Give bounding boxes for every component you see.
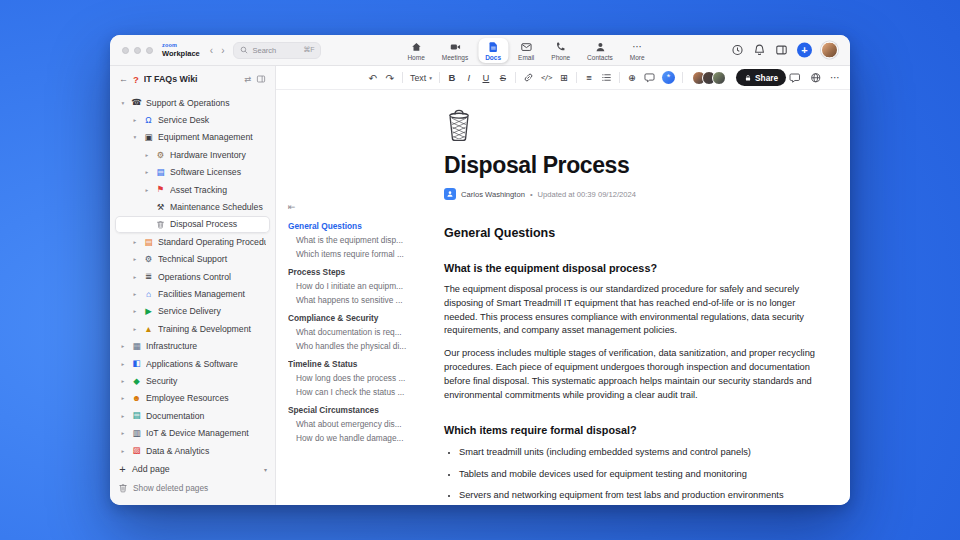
table-icon[interactable]: ⊞ xyxy=(559,70,569,86)
tab-contacts[interactable]: Contacts xyxy=(580,38,620,63)
tab-phone[interactable]: Phone xyxy=(544,38,577,63)
document-trash-icon[interactable] xyxy=(444,108,474,142)
align-icon[interactable]: ≡ xyxy=(584,70,594,86)
window-zoom-button[interactable] xyxy=(146,47,153,54)
new-item-plus-button[interactable]: + xyxy=(797,43,812,58)
chevron-right-icon[interactable]: ▸ xyxy=(131,256,139,262)
sidebar-item-documentation[interactable]: ▸▤Documentation xyxy=(115,407,270,424)
sidebar-item-training-development[interactable]: ▸▲Training & Development xyxy=(115,320,270,337)
doc-subheading-q1[interactable]: What is the equipment disposal process? xyxy=(444,262,824,274)
back-button[interactable]: ‹ xyxy=(210,45,213,56)
outline-item-what-about-emergency-dis[interactable]: What about emergency dis... xyxy=(288,419,434,429)
more-options-icon[interactable]: ⋯ xyxy=(830,70,840,86)
show-deleted-pages-button[interactable]: Show deleted pages xyxy=(118,480,267,496)
outline-item-what-documentation-is-req[interactable]: What documentation is req... xyxy=(288,327,434,337)
sidebar-item-hardware-inventory[interactable]: ▸⚙Hardware Inventory xyxy=(115,146,270,163)
notifications-bell-icon[interactable] xyxy=(753,44,766,57)
sidebar-item-service-delivery[interactable]: ▸▶Service Delivery xyxy=(115,303,270,320)
outline-item-how-do-we-handle-damage[interactable]: How do we handle damage... xyxy=(288,433,434,443)
outline-item-what-happens-to-sensitive[interactable]: What happens to sensitive ... xyxy=(288,295,434,305)
chevron-down-icon[interactable]: ▾ xyxy=(264,466,267,473)
chevron-right-icon[interactable]: ▸ xyxy=(131,274,139,280)
window-controls[interactable] xyxy=(122,47,153,54)
insert-icon[interactable]: ⊕ xyxy=(627,70,637,86)
outline-item-how-do-i-initiate-an-equipm[interactable]: How do I initiate an equipm... xyxy=(288,281,434,291)
chevron-right-icon[interactable]: ▸ xyxy=(119,395,127,401)
chevron-right-icon[interactable]: ▸ xyxy=(143,152,151,158)
window-minimize-button[interactable] xyxy=(134,47,141,54)
chevron-right-icon[interactable]: ▸ xyxy=(119,413,127,419)
chevron-right-icon[interactable]: ▸ xyxy=(143,169,151,175)
chevron-right-icon[interactable]: ▸ xyxy=(119,430,127,436)
outline-section-compliance-security[interactable]: Compliance & Security xyxy=(288,313,434,323)
outline-section-timeline-status[interactable]: Timeline & Status xyxy=(288,359,434,369)
chevron-right-icon[interactable]: ▸ xyxy=(131,291,139,297)
sidebar-item-asset-tracking[interactable]: ▸⚑Asset Tracking xyxy=(115,181,270,198)
bullet-item[interactable]: Tablets and mobile devices used for equi… xyxy=(459,469,824,479)
chevron-right-icon[interactable]: ▸ xyxy=(131,239,139,245)
sidebar-item-support-operations[interactable]: ▾☎Support & Operations xyxy=(115,94,270,111)
chevron-right-icon[interactable]: ▸ xyxy=(119,343,127,349)
comment-add-icon[interactable] xyxy=(644,70,655,86)
sidebar-item-infrastructure[interactable]: ▸▦Infrastructure xyxy=(115,337,270,354)
sidebar-item-equipment-management[interactable]: ▾▣Equipment Management xyxy=(115,129,270,146)
sidebar-sort-icon[interactable]: ⇄ xyxy=(244,74,251,84)
tab-docs[interactable]: Docs xyxy=(478,38,508,63)
history-clock-icon[interactable] xyxy=(731,44,744,57)
chevron-right-icon[interactable]: ▸ xyxy=(131,308,139,314)
outline-section-process-steps[interactable]: Process Steps xyxy=(288,267,434,277)
outline-item-which-items-require-formal[interactable]: Which items require formal ... xyxy=(288,249,434,259)
redo-button[interactable]: ↷ xyxy=(385,70,395,86)
doc-paragraph[interactable]: The equipment disposal process is our st… xyxy=(444,283,824,338)
chevron-right-icon[interactable]: ▸ xyxy=(119,361,127,367)
sidebar-panel-toggle-icon[interactable] xyxy=(775,44,788,57)
sidebar-item-iot-device-management[interactable]: ▸▥IoT & Device Management xyxy=(115,424,270,441)
sidebar-item-operations-control[interactable]: ▸≣Operations Control xyxy=(115,268,270,285)
tab-meetings[interactable]: Meetings xyxy=(435,38,475,63)
tab-email[interactable]: Email xyxy=(511,38,541,63)
strikethrough-button[interactable]: S xyxy=(498,70,508,86)
outline-item-how-can-i-check-the-status[interactable]: How can I check the status ... xyxy=(288,387,434,397)
sidebar-item-technical-support[interactable]: ▸⚙Technical Support xyxy=(115,251,270,268)
outline-item-how-long-does-the-process[interactable]: How long does the process ... xyxy=(288,373,434,383)
document-editor[interactable]: Disposal Process Carlos Washington • Upd… xyxy=(434,90,850,505)
code-icon[interactable]: </> xyxy=(541,70,552,86)
tab-home[interactable]: Home xyxy=(400,38,431,63)
user-avatar[interactable] xyxy=(821,42,838,59)
collaborator-avatar-3[interactable] xyxy=(712,71,726,85)
comments-panel-icon[interactable] xyxy=(789,70,801,86)
share-button[interactable]: Share xyxy=(736,69,786,86)
sidebar-item-data-analytics[interactable]: ▸▨Data & Analytics xyxy=(115,442,270,458)
sidebar-item-maintenance-schedules[interactable]: ⚒Maintenance Schedules xyxy=(115,198,270,215)
chevron-down-icon[interactable]: ▾ xyxy=(119,100,127,106)
sidebar-item-applications-software[interactable]: ▸◧Applications & Software xyxy=(115,355,270,372)
underline-button[interactable]: U xyxy=(481,70,491,86)
chevron-right-icon[interactable]: ▸ xyxy=(131,117,139,123)
sidebar-item-employee-resources[interactable]: ▸☻Employee Resources xyxy=(115,390,270,407)
sidebar-item-disposal-process[interactable]: Disposal Process xyxy=(115,216,270,233)
bold-button[interactable]: B xyxy=(447,70,457,86)
bullet-item[interactable]: Servers and networking equipment from te… xyxy=(459,490,824,500)
italic-button[interactable]: I xyxy=(464,70,474,86)
window-close-button[interactable] xyxy=(122,47,129,54)
chevron-right-icon[interactable]: ▸ xyxy=(131,326,139,332)
sidebar-item-service-desk[interactable]: ▸ΩService Desk xyxy=(115,111,270,128)
sidebar-item-standard-operating-procedures[interactable]: ▸▤Standard Operating Procedures xyxy=(115,233,270,250)
add-page-button[interactable]: + Add page ▾ xyxy=(118,461,267,477)
tab-more[interactable]: ⋯More xyxy=(623,38,652,63)
bullet-list-icon[interactable] xyxy=(601,70,612,86)
chevron-right-icon[interactable]: ▸ xyxy=(119,448,127,454)
link-icon[interactable] xyxy=(523,70,534,86)
chevron-right-icon[interactable]: ▸ xyxy=(143,187,151,193)
bullet-item[interactable]: Smart treadmill units (including embedde… xyxy=(459,447,824,457)
sidebar-item-security[interactable]: ▸◆Security xyxy=(115,372,270,389)
doc-paragraph[interactable]: Our process includes multiple stages of … xyxy=(444,347,824,402)
outline-collapse-button[interactable]: ⇤ xyxy=(288,202,434,212)
undo-button[interactable]: ↶ xyxy=(368,70,378,86)
sidebar-collapse-icon[interactable] xyxy=(256,74,266,84)
forward-button[interactable]: › xyxy=(221,45,224,56)
chevron-down-icon[interactable]: ▾ xyxy=(131,134,139,140)
wiki-back-button[interactable]: ← xyxy=(119,74,128,84)
doc-subheading-q2[interactable]: Which items require formal disposal? xyxy=(444,424,824,436)
doc-title[interactable]: Disposal Process xyxy=(444,152,824,179)
